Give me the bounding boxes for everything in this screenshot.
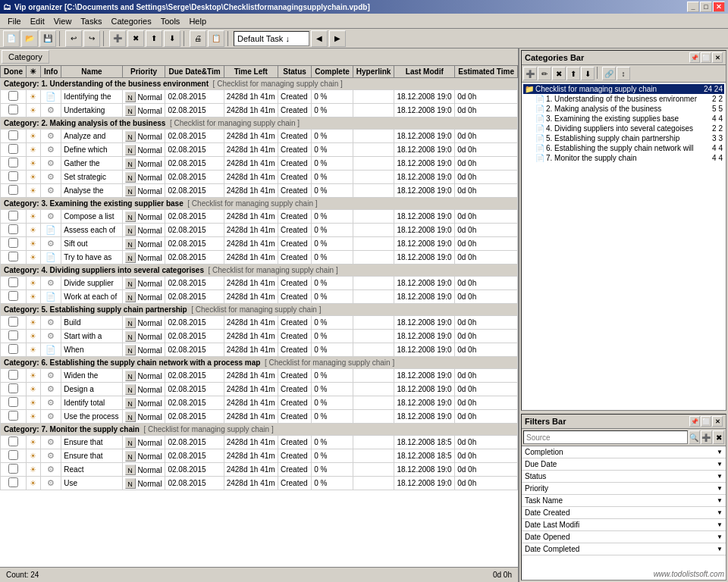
done-checkbox[interactable] — [8, 171, 18, 181]
add-task-button[interactable]: ➕ — [109, 30, 126, 47]
cat-panel-float-button[interactable]: ⬜ — [701, 52, 711, 63]
cat-assign-button[interactable]: 🔗 — [602, 67, 616, 80]
table-row[interactable]: ☀ ⚙ Ensure that N Normal 02.08.2015 2428… — [1, 449, 518, 463]
table-row[interactable]: ☀ ⚙ Set strategic N Normal 02.08.2015 24… — [1, 171, 518, 184]
menu-tasks[interactable]: Tasks — [76, 15, 106, 27]
categories-tree[interactable]: 📁 Checklist for managing supply chain 24… — [522, 83, 726, 410]
table-row[interactable]: ☀ ⚙ Identify total N Normal 02.08.2015 2… — [1, 396, 518, 410]
table-row[interactable]: ☀ 📄 Try to have as N Normal 02.08.2015 2… — [1, 251, 518, 264]
new-button[interactable]: 📄 — [3, 30, 20, 47]
filter-clear-button[interactable]: ✖ — [713, 430, 724, 444]
table-row[interactable]: ☀ ⚙ Gather the N Normal 02.08.2015 2428d… — [1, 157, 518, 171]
done-checkbox[interactable] — [8, 370, 18, 380]
header-name[interactable]: Name — [61, 66, 122, 78]
filter-item[interactable]: Date Created ▼ — [522, 507, 726, 519]
done-checkbox[interactable] — [8, 224, 18, 234]
done-checkbox[interactable] — [8, 158, 18, 167]
done-checkbox[interactable] — [8, 185, 18, 195]
header-duedate[interactable]: Due Date&Tim — [165, 66, 224, 78]
filter-item[interactable]: Date Opened ▼ — [522, 531, 726, 543]
done-checkbox[interactable] — [8, 383, 18, 393]
table-row[interactable]: ☀ 📄 When N Normal 02.08.2015 2428d 1h 41… — [1, 343, 518, 357]
header-status[interactable]: Status — [278, 66, 311, 78]
filter-item[interactable]: Date Completed ▼ — [522, 543, 726, 555]
save-button[interactable]: 💾 — [39, 30, 56, 47]
header-info[interactable]: Info — [40, 66, 61, 78]
maximize-button[interactable]: □ — [700, 2, 712, 12]
toolbar-right-button[interactable]: ▶ — [329, 30, 346, 47]
table-row[interactable]: ☀ 📄 Identifying the N Normal 02.08.2015 … — [1, 90, 518, 104]
up-button[interactable]: ⬆ — [146, 30, 162, 47]
default-task-label[interactable]: Default Task ↓ — [234, 31, 309, 46]
done-checkbox[interactable] — [8, 330, 18, 340]
menu-tools[interactable]: Tools — [156, 15, 185, 27]
header-hyperlink[interactable]: Hyperlink — [353, 66, 394, 78]
table-row[interactable]: ☀ ⚙ Analyse the N Normal 02.08.2015 2428… — [1, 184, 518, 198]
filter-item[interactable]: Date Last Modifi ▼ — [522, 519, 726, 531]
done-checkbox[interactable] — [8, 436, 18, 446]
header-timeleft[interactable]: Time Left — [224, 66, 278, 78]
done-checkbox[interactable] — [8, 317, 18, 327]
header-priority[interactable]: Priority — [122, 66, 165, 78]
header-estimated[interactable]: Estimated Time — [455, 66, 518, 78]
done-checkbox[interactable] — [8, 344, 18, 354]
cat-up-button[interactable]: ⬆ — [566, 67, 580, 80]
filter-panel-close-button[interactable]: ✕ — [712, 416, 723, 427]
table-row[interactable]: ☀ ⚙ Use the process N Normal 02.08.2015 … — [1, 410, 518, 424]
header-sun[interactable]: ☀ — [27, 66, 41, 78]
cat-delete-button[interactable]: ✖ — [552, 67, 566, 80]
cat-sort-button[interactable]: ↕ — [617, 67, 630, 80]
table-row[interactable]: ☀ ⚙ Compose a list N Normal 02.08.2015 2… — [1, 210, 518, 224]
table-row[interactable]: ☀ 📄 Work at each of N Normal 02.08.2015 … — [1, 290, 518, 304]
table-row[interactable]: ☀ ⚙ Sift out N Normal 02.08.2015 2428d 1… — [1, 237, 518, 251]
done-checkbox[interactable] — [8, 464, 18, 474]
table-row[interactable]: ☀ ⚙ Start with a N Normal 02.08.2015 242… — [1, 330, 518, 343]
category-tab-button[interactable]: Category — [2, 50, 49, 64]
cat-panel-close-button[interactable]: ✕ — [712, 52, 723, 63]
table-row[interactable]: ☀ ⚙ Use N Normal 02.08.2015 2428d 1h 41m… — [1, 477, 518, 490]
filter-item[interactable]: Status ▼ — [522, 471, 726, 483]
done-checkbox[interactable] — [8, 477, 18, 487]
done-checkbox[interactable] — [8, 144, 18, 154]
filter-item[interactable]: Completion ▼ — [522, 446, 726, 458]
copy-button[interactable]: 📋 — [208, 30, 224, 47]
menu-help[interactable]: Help — [184, 15, 211, 27]
open-button[interactable]: 📂 — [21, 30, 38, 47]
filter-item[interactable]: Task Name ▼ — [522, 495, 726, 507]
done-checkbox[interactable] — [8, 277, 18, 287]
menu-view[interactable]: View — [49, 15, 77, 27]
filter-panel-pin-button[interactable]: 📌 — [689, 416, 700, 427]
header-done[interactable]: Done — [1, 66, 27, 78]
cat-tree-item[interactable]: 📁 Checklist for managing supply chain 24… — [523, 84, 724, 94]
cat-tree-item[interactable]: 📄 2. Making analysis of the business 5 5 — [523, 104, 724, 114]
table-row[interactable]: ☀ ⚙ Build N Normal 02.08.2015 2428d 1h 4… — [1, 316, 518, 330]
cat-panel-pin-button[interactable]: 📌 — [689, 52, 700, 63]
table-row[interactable]: ☀ ⚙ Ensure that N Normal 02.08.2015 2428… — [1, 436, 518, 449]
minimize-button[interactable]: _ — [687, 2, 699, 12]
table-row[interactable]: ☀ 📄 Assess each of N Normal 02.08.2015 2… — [1, 224, 518, 237]
table-row[interactable]: ☀ ⚙ Divide supplier N Normal 02.08.2015 … — [1, 277, 518, 290]
cat-down-button[interactable]: ⬇ — [581, 67, 595, 80]
cat-edit-button[interactable]: ✏ — [538, 67, 551, 80]
header-lastmod[interactable]: Last Modif — [394, 66, 455, 78]
filter-add-button[interactable]: ➕ — [701, 430, 712, 444]
task-table-container[interactable]: Done ☀ Info Name Priority Due Date&Tim T… — [0, 65, 518, 567]
done-checkbox[interactable] — [8, 105, 18, 114]
menu-categories[interactable]: Categories — [106, 15, 155, 27]
done-checkbox[interactable] — [8, 397, 18, 407]
cat-tree-item[interactable]: 📄 4. Dividing suppliers into several cat… — [523, 124, 724, 133]
delete-task-button[interactable]: ✖ — [127, 30, 144, 47]
done-checkbox[interactable] — [8, 211, 18, 221]
down-button[interactable]: ⬇ — [164, 30, 180, 47]
table-row[interactable]: ☀ ⚙ Analyze and N Normal 02.08.2015 2428… — [1, 130, 518, 143]
cat-tree-item[interactable]: 📄 6. Establishing the supply chain netwo… — [523, 143, 724, 153]
table-row[interactable]: ☀ ⚙ Undertaking N Normal 02.08.2015 2428… — [1, 104, 518, 117]
table-row[interactable]: ☀ ⚙ Design a N Normal 02.08.2015 2428d 1… — [1, 383, 518, 396]
table-row[interactable]: ☀ ⚙ Widen the N Normal 02.08.2015 2428d … — [1, 369, 518, 383]
toolbar-left-button[interactable]: ◀ — [311, 30, 328, 47]
close-button[interactable]: ✕ — [713, 2, 725, 12]
done-checkbox[interactable] — [8, 238, 18, 248]
cat-add-button[interactable]: ➕ — [523, 67, 537, 80]
done-checkbox[interactable] — [8, 450, 18, 460]
filter-panel-float-button[interactable]: ⬜ — [701, 416, 711, 427]
